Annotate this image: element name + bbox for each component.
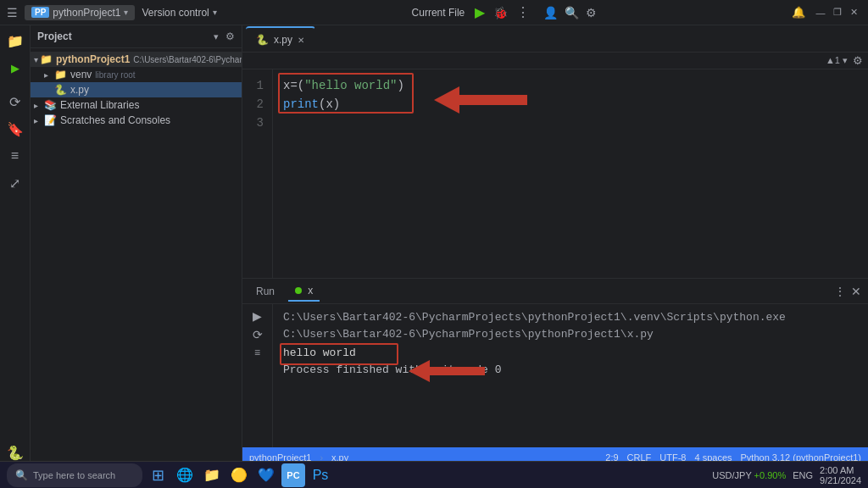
project-badge: PP [31,7,49,18]
version-control-label: Version control [142,7,209,19]
activity-bar: 📁 ▶ ⟳ 🔖 ≡ ⤢ 🐍 [0,25,31,468]
activity-folder-icon[interactable]: 📁 [3,29,27,53]
root-arrow-icon: ▾ [34,55,38,64]
editor-area: 🐍 x.py ✕ ▲1 ▾ ⚙ 1 2 3 x=("hello world") [242,25,868,468]
tree-item-xpy[interactable]: ▸ 🐍 x.py [31,82,242,97]
xpy-label: x.py [70,84,89,96]
gutter-run-icon[interactable]: ▶ [253,309,262,323]
tree-item-venv[interactable]: ▸ 📁 venv library root [31,67,242,82]
tab-run[interactable]: Run [249,282,281,301]
code-line-1[interactable]: x=("hello world") [283,76,858,95]
editor-settings-icon[interactable]: ⚙ [853,54,863,67]
search-icon[interactable]: 🔍 [565,6,579,19]
activity-git-icon[interactable]: ⟳ [3,90,27,114]
titlebar: ☰ PP pythonProject1 ▾ Version control ▾ … [0,0,868,25]
output-more-icon[interactable]: ⋮ [834,285,846,298]
output-close-icon[interactable]: ✕ [851,285,861,298]
tray-time-val: 2:00 AM [820,465,861,475]
xpy-file-icon: 🐍 [54,84,67,96]
scratches-arrow-icon: ▸ [34,116,42,125]
code-line-3[interactable] [283,114,858,132]
more-menu-button[interactable]: ⋮ [516,4,530,20]
editor-toolbar: ▲1 ▾ ⚙ [242,53,868,69]
taskbar-search[interactable]: 🔍 Type here to search [7,463,142,487]
taskbar: 🔍 Type here to search ⊞ 🌐 📁 🟡 💙 PC Ps US… [0,461,868,488]
main-layout: 📁 ▶ ⟳ 🔖 ≡ ⤢ 🐍 Project ▾ ⚙ ▾ 📁 pythonProj… [0,25,868,468]
activity-layers-icon[interactable]: ≡ [3,144,27,168]
output-hello-world-container: hello world [283,345,356,362]
string-hello-world: "hello world" [304,79,397,92]
svg-marker-0 [434,86,527,114]
line-num-2: 2 [242,95,264,114]
sidebar-title: Project [37,30,210,42]
project-chevron-icon: ▾ [124,8,128,17]
sidebar: Project ▾ ⚙ ▾ 📁 pythonProject1 C:\Users\… [31,25,242,468]
editor-tabs: 🐍 x.py ✕ [242,25,868,53]
venv-folder-icon: 📁 [54,69,67,80]
close-button[interactable]: ✕ [848,6,861,19]
tab-x-label: x [308,285,313,297]
taskbar-edge-icon[interactable]: 🌐 [173,463,197,487]
run-status-dot [295,287,302,294]
sidebar-settings-icon[interactable]: ⚙ [225,30,235,42]
output-cmd1: C:\Users\Bartar402-6\PycharmProjects\pyt… [283,309,858,326]
taskbar-tray: USD/JPY +0.90% ENG 2:00 AM 9/21/2024 [712,465,861,485]
output-panel: Run x ⋮ ✕ ▶ ⟳ ≡ C:\Users\Bartar402-6\Pyc… [242,278,868,447]
arg-x: x [326,97,332,111]
code-arrow-svg [434,85,527,115]
gutter-lines-icon[interactable]: ≡ [254,347,260,358]
activity-bookmarks-icon[interactable]: 🔖 [3,117,27,141]
tab-x-run[interactable]: x [288,281,320,302]
tab-xpy-close-icon[interactable]: ✕ [298,36,304,45]
minimize-button[interactable]: — [814,6,827,19]
sidebar-chevron-icon: ▾ [214,31,219,42]
line-num-1: 1 [242,76,264,95]
code-lines[interactable]: x=("hello world") print(x) [273,69,868,278]
scratches-icon: 📝 [44,114,57,126]
version-control-menu[interactable]: Version control ▾ [142,7,216,19]
settings-icon[interactable]: ⚙ [586,6,597,19]
tree-item-external-libs[interactable]: ▸ 📚 External Libraries [31,97,242,113]
project-selector[interactable]: PP pythonProject1 ▾ [25,5,135,20]
hamburger-icon[interactable]: ☰ [7,6,18,19]
extlibs-arrow-icon: ▸ [34,101,42,110]
run-button[interactable]: ▶ [475,4,485,20]
extlibs-icon: 📚 [44,99,57,111]
taskbar-vscode-icon[interactable]: 💙 [254,463,278,487]
tab-xpy-label: x.py [274,34,292,46]
output-content: ▶ ⟳ ≡ C:\Users\Bartar402-6\PycharmProjec… [242,304,868,447]
taskbar-chrome-icon[interactable]: 🟡 [227,463,251,487]
output-text: C:\Users\Bartar402-6\PycharmProjects\pyt… [273,304,868,447]
extlibs-label: External Libraries [60,99,139,111]
activity-remote-icon[interactable]: ⤢ [3,171,27,195]
activity-run-icon[interactable]: ▶ [3,56,27,80]
debug-button[interactable]: 🐞 [493,6,508,19]
restore-button[interactable]: ❐ [831,6,844,19]
code-arrow-annotation [434,85,527,115]
editor-toolbar-info: ▲1 ▾ [826,55,848,66]
svg-marker-1 [409,360,485,382]
taskbar-search-icon: 🔍 [15,469,28,481]
notifications-icon[interactable]: 🔔 [792,6,805,19]
tray-forex: USD/JPY +0.90% [712,470,786,480]
tray-forex-change: +0.90% [754,470,787,480]
tab-xpy[interactable]: 🐍 x.py ✕ [246,26,315,52]
sidebar-header: Project ▾ ⚙ [31,25,242,48]
code-line-2[interactable]: print(x) [283,95,858,114]
output-cmd2: C:\Users\Bartar402-6\PycharmProjects\pyt… [283,326,858,343]
root-label: pythonProject1 [56,53,130,65]
tree-item-root[interactable]: ▾ 📁 pythonProject1 C:\Users\Bartar402-6\… [31,52,242,67]
taskbar-start-icon[interactable]: ⊞ [146,463,170,487]
venv-label: venv [70,69,92,80]
output-tabs: Run x ⋮ ✕ [242,279,868,304]
gutter-reload-icon[interactable]: ⟳ [253,328,263,341]
taskbar-file-icon[interactable]: 📁 [200,463,224,487]
taskbar-search-placeholder[interactable]: Type here to search [33,470,115,480]
code-area[interactable]: 1 2 3 x=("hello world") print(x) [242,69,868,278]
tree-item-scratches[interactable]: ▸ 📝 Scratches and Consoles [31,113,242,128]
profile-icon[interactable]: 👤 [543,6,558,19]
root-path-label: C:\Users\Bartar402-6\PycharmProject... [133,55,242,64]
taskbar-pycharm-icon[interactable]: PC [281,463,305,487]
scratches-label: Scratches and Consoles [60,114,170,126]
taskbar-photoshop-icon[interactable]: Ps [309,463,332,487]
